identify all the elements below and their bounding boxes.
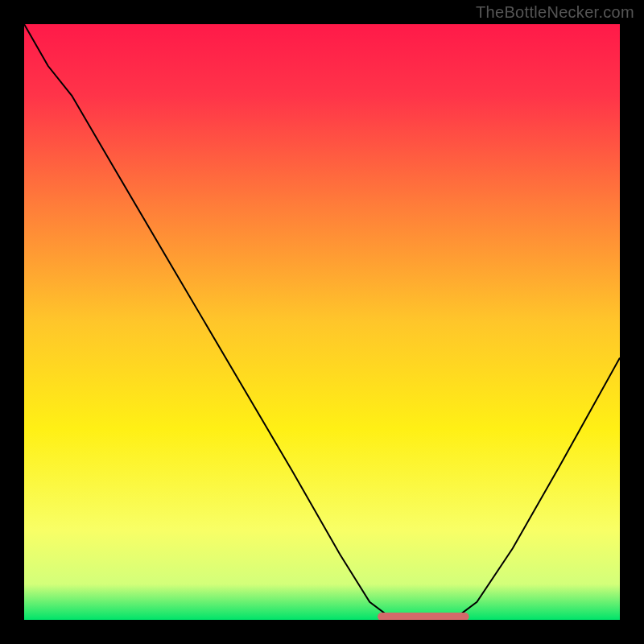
chart-container: TheBottleNecker.com: [0, 0, 644, 644]
gradient-background: [24, 24, 620, 620]
chart-plot: [24, 24, 620, 620]
watermark-text: TheBottleNecker.com: [476, 3, 634, 22]
